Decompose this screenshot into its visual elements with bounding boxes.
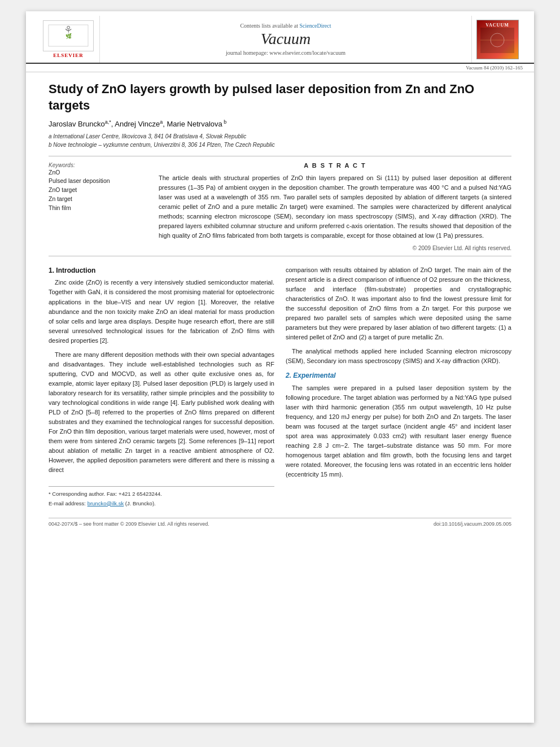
section2-para1: The samples were prepared in a pulsed la… [286, 383, 511, 479]
svg-rect-3 [480, 28, 514, 53]
sup-a-star: a,* [105, 119, 111, 125]
keyword-4: Zn target [49, 195, 147, 204]
bottom-doi: doi:10.1016/j.vacuum.2009.05.005 [434, 521, 511, 527]
sciencedirect-hyperlink[interactable]: ScienceDirect [299, 23, 331, 29]
section1-para2: There are many different deposition meth… [49, 350, 274, 475]
abstract-section: Keywords: ZnO Pulsed laser deposition Zn… [49, 162, 511, 251]
divider-top [49, 156, 511, 156]
journal-homepage: journal homepage: www.elsevier.com/locat… [226, 50, 345, 56]
sup-b: b [222, 119, 227, 125]
footnotes-section: * Corresponding author. Fax: +421 2 6542… [49, 486, 274, 507]
section2-heading: 2. Experimental [286, 370, 511, 381]
email-suffix: (J. Bruncko). [125, 500, 156, 506]
abstract-body: The article deals with structural proper… [159, 173, 511, 241]
body-left-col: 1. Introduction Zinc oxide (ZnO) is rece… [49, 265, 274, 509]
copyright-line: © 2009 Elsevier Ltd. All rights reserved… [159, 245, 511, 251]
elsevier-tree-icon: 🌿 ⚘ [46, 22, 91, 50]
logo-box: 🌿 ⚘ [43, 20, 94, 51]
elsevier-logo: 🌿 ⚘ ELSEVIER [37, 16, 99, 63]
keyword-2: Pulsed laser deposition [49, 177, 147, 186]
paper-title: Study of ZnO layers growth by pulsed las… [49, 81, 511, 113]
page: 🌿 ⚘ ELSEVIER Contents lists available at… [26, 11, 534, 723]
vacuum-cover-image: VACUUM [476, 20, 519, 59]
section1-right-para2: The analytical methods applied here incl… [286, 347, 511, 366]
bottom-bar: 0042-207X/$ – see front matter © 2009 El… [49, 518, 511, 527]
section1-para1: Zinc oxide (ZnO) is recently a very inte… [49, 278, 274, 345]
cover-illustration [480, 28, 514, 53]
keyword-3: ZnO target [49, 186, 147, 195]
section1-heading: 1. Introduction [49, 265, 274, 276]
cover-title-label: VACUUM [485, 23, 509, 28]
author-andrej: Andrej Vincze [115, 120, 160, 129]
bottom-issn: 0042-207X/$ – see front matter © 2009 El… [49, 521, 209, 527]
journal-center: Contents lists available at ScienceDirec… [99, 16, 472, 63]
elsevier-label: ELSEVIER [53, 53, 84, 58]
affiliation-b: b Nove technologie – vyzkumne centrum, U… [49, 141, 511, 149]
divider-mid [49, 256, 511, 256]
keywords-section: Keywords: ZnO Pulsed laser deposition Zn… [49, 162, 147, 213]
authors: Jaroslav Brunckoa,*, Andrej Vinczea, Mar… [49, 119, 511, 128]
affiliations: a International Laser Centre, Ilkovicova… [49, 132, 511, 149]
abstract-heading: A B S T R A C T [159, 162, 511, 169]
svg-text:⚘: ⚘ [64, 24, 73, 36]
footnote-corresponding: * Corresponding author. Fax: +421 2 6542… [49, 490, 274, 497]
body-content: 1. Introduction Zinc oxide (ZnO) is rece… [49, 265, 511, 509]
email-label: E-mail address: [49, 500, 86, 506]
citation-text: Vacuum 84 (2010) 162–165 [466, 65, 523, 71]
sciencedirect-link: Contents lists available at ScienceDirec… [240, 23, 331, 29]
affiliation-a: a International Laser Centre, Ilkovicova… [49, 132, 511, 141]
vacuum-cover: VACUUM [472, 16, 523, 63]
abstract-column: A B S T R A C T The article deals with s… [159, 162, 511, 251]
keyword-5: Thin film [49, 204, 147, 213]
email-link[interactable]: bruncko@ilk.sk [88, 500, 124, 506]
journal-name: Vacuum [261, 30, 311, 48]
keywords-column: Keywords: ZnO Pulsed laser deposition Zn… [49, 162, 147, 251]
section1-right-para1: comparison with results obtained by abla… [286, 265, 511, 342]
author-jaroslav: Jaroslav Bruncko [49, 120, 105, 129]
keyword-1: ZnO [49, 168, 147, 177]
author-marie: Marie Netrvalova [167, 120, 222, 129]
footnote-email: E-mail address: bruncko@ilk.sk (J. Brunc… [49, 500, 274, 507]
citation-bar: Vacuum 84 (2010) 162–165 [26, 64, 534, 72]
journal-header: 🌿 ⚘ ELSEVIER Contents lists available at… [26, 11, 534, 64]
keywords-title: Keywords: [49, 162, 147, 168]
body-two-col: 1. Introduction Zinc oxide (ZnO) is rece… [49, 265, 511, 509]
main-content: Study of ZnO layers growth by pulsed las… [26, 72, 534, 538]
body-right-col: comparison with results obtained by abla… [286, 265, 511, 509]
